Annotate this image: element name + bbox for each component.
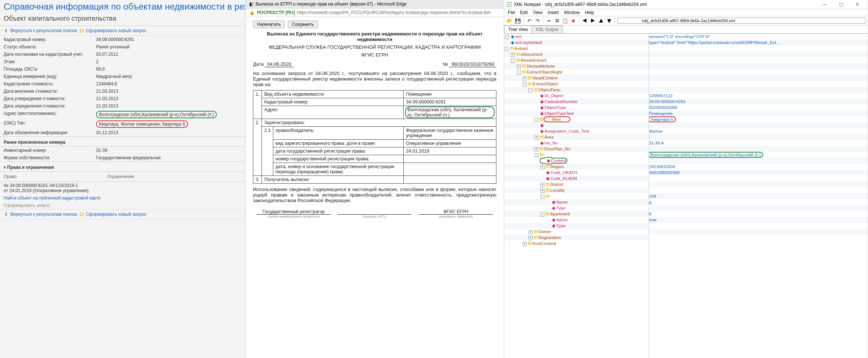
menu-view[interactable]: View (533, 10, 543, 15)
cut-icon[interactable]: ✂ (546, 17, 552, 24)
address-bar[interactable]: 🔒 РОСРЕЕСТР [RU] https://rosreestr.ru/wp… (246, 8, 504, 17)
redo-icon[interactable]: ↷ (534, 17, 541, 24)
menu-insert[interactable]: Insert (548, 10, 559, 15)
tree-toggle[interactable]: - (505, 35, 509, 39)
close-button[interactable]: ✕ (849, 1, 865, 8)
delete-icon[interactable]: ✖ (570, 17, 577, 24)
minimize-button[interactable]: — (817, 1, 833, 8)
copy-icon[interactable]: ⧉ (554, 17, 560, 24)
new-query-button-bottom[interactable]: Сформировать новый запрос (79, 212, 146, 217)
doc-date: 04.06.2020 (265, 61, 293, 67)
save-button[interactable]: Сохранить (288, 21, 318, 28)
path-input[interactable] (617, 18, 865, 24)
menu-file[interactable]: File (508, 10, 515, 15)
label-cad-no: Кадастровый номер: (4, 37, 96, 42)
tree-toggle[interactable]: - (540, 195, 544, 199)
xml-values: version="1.0" encoding="UTF-8"type="text… (649, 34, 868, 358)
refresh-icon (79, 212, 84, 217)
edge-icon: ◧ (249, 1, 253, 7)
address-highlight: Волгоградская (обл),Калачевский (р-н),Ок… (96, 111, 217, 118)
toolbar-bottom: Вернуться к результатам поиска Сформиров… (0, 209, 245, 219)
doc-disclaimer: Использование сведений, содержащихся в н… (253, 187, 496, 203)
find-on-map-link[interactable]: Найти объект на публичной кадастровой ка… (4, 195, 100, 201)
back-arrow-icon (4, 28, 9, 33)
type-highlight: Квартира, Жилое помещение, Квартира 6 (96, 120, 188, 128)
site-identity: РОСРЕЕСТР [RU] (257, 10, 295, 15)
menu-window[interactable]: Window (564, 10, 580, 15)
nudge-up-icon[interactable]: ⯅ (598, 17, 604, 24)
tree-toggle[interactable]: + (529, 236, 533, 240)
doc-number: 99/2020/331879268 (449, 61, 496, 67)
save-icon[interactable]: 💾 (515, 17, 521, 24)
tree-toggle[interactable]: + (517, 65, 521, 69)
rights-header[interactable]: Права и ограничения (0, 161, 245, 172)
value-cad-no: 34:09:000000:8291 (96, 37, 242, 42)
menu-bar: File Edit View Insert Window Help (504, 9, 868, 16)
rosreestr-info-panel: Справочная информация по объектам недвиж… (0, 0, 246, 358)
tree-toggle[interactable]: - (523, 82, 527, 86)
doc-preamble: На основании запроса от 04.06.2020 г., п… (253, 71, 496, 87)
window-file-path: \obj_dc5d1d05-a857-48b9-bb0a-2ac1d46eb20… (545, 2, 647, 7)
tree-toggle[interactable]: + (523, 242, 527, 246)
toolbar-top: Вернуться к результатам поиска Сформиров… (0, 26, 245, 36)
window-titlebar: XML Notepad - \obj_dc5d1d05-a857-48b9-bb… (504, 0, 868, 9)
menu-edit[interactable]: Edit (520, 10, 528, 15)
back-button-bottom[interactable]: Вернуться к результатам поиска (4, 212, 77, 217)
tab-tree-view[interactable]: Tree View (504, 25, 532, 33)
tree-toggle[interactable]: + (540, 183, 544, 187)
open-icon[interactable]: 📂 (506, 17, 513, 24)
tree-toggle[interactable]: - (505, 47, 509, 51)
tree-toggle[interactable]: - (511, 59, 515, 63)
toolbar: 📂 💾 ↶ ↷ ✂ ⧉ 📋 ✖ ⯇ ⯈ ⯅ ⯆ (504, 16, 868, 25)
page-title: Справочная информация по объектам недвиж… (0, 0, 245, 12)
menu-help[interactable]: Help (585, 10, 594, 15)
back-button[interactable]: Вернуться к результатам поиска (4, 28, 77, 33)
tree-toggle[interactable]: + (523, 76, 527, 81)
document-body: Напечатать Сохранить Выписка из Единого … (246, 17, 504, 222)
doc-system: ФГИС ЕГРН (253, 52, 496, 58)
new-query-button[interactable]: Сформировать новый запрос (79, 28, 146, 33)
tree-toggle[interactable]: + (540, 165, 544, 169)
signature-row: Государственный регистраторполное наимен… (253, 209, 496, 218)
right-number: № 34:09:000000:8291-34/115/2019-1 (4, 183, 242, 188)
maximize-button[interactable]: ▢ (833, 1, 849, 8)
browser-tab: ◧ Выписка из ЕГРП о переходе прав на объ… (246, 0, 504, 8)
nudge-down-icon[interactable]: ⯆ (606, 17, 612, 24)
extract-table: 1. Вид объекта недвижимости:Помещение Ка… (253, 90, 496, 184)
page-subtitle: Объект капитального строительства (0, 12, 245, 26)
tab-xsl-output[interactable]: XSL Output (532, 25, 563, 33)
lock-icon: 🔒 (249, 10, 255, 15)
tree-toggle[interactable]: + (540, 189, 544, 193)
view-tabs: Tree View XSL Output (504, 25, 868, 34)
tree-toggle[interactable]: + (511, 53, 515, 57)
tree-toggle[interactable]: - (534, 153, 539, 157)
tree-toggle[interactable]: + (529, 230, 533, 234)
tree-toggle[interactable]: - (540, 212, 544, 216)
xml-tree[interactable]: -◆xml◆xml-stylesheet-📁Extract+📁eDocument… (504, 34, 649, 358)
xml-notepad-window: XML Notepad - \obj_dc5d1d05-a857-48b9-bb… (504, 0, 868, 358)
refresh-icon (79, 28, 84, 33)
doc-agency: ФЕДЕРАЛЬНАЯ СЛУЖБА ГОСУДАРСТВЕННОЙ РЕГИС… (253, 44, 496, 50)
address-cell-highlight: Волгоградская (обл), Калачевский (р-н), … (406, 107, 494, 117)
app-icon (506, 1, 512, 7)
right-date: от 24.01.2019 (Оперативное управление) (4, 188, 242, 193)
form-request-disabled: Сформировать запрос (4, 203, 50, 208)
nudge-left-icon[interactable]: ⯇ (581, 17, 588, 24)
back-arrow-icon (4, 212, 9, 217)
tree-toggle[interactable]: + (534, 136, 539, 140)
edge-browser-panel: ◧ Выписка из ЕГРП о переходе прав на объ… (246, 0, 504, 358)
doc-title: Выписка из Единого государственного реес… (253, 31, 496, 42)
nudge-right-icon[interactable]: ⯈ (590, 17, 596, 24)
paste-icon[interactable]: 📋 (562, 17, 568, 24)
undo-icon[interactable]: ↶ (526, 17, 533, 24)
tree-toggle[interactable]: - (529, 88, 533, 92)
url-text: https://rosreestr.ru/wps/PA_FCCLPGURCckP… (297, 10, 491, 15)
tree-toggle[interactable]: + (534, 147, 539, 151)
tree-toggle[interactable]: - (517, 71, 521, 75)
tree-toggle[interactable]: - (534, 118, 539, 122)
print-button[interactable]: Напечатать (253, 21, 285, 28)
prev-numbers-header: Ранее присвоенные номера (0, 136, 245, 147)
